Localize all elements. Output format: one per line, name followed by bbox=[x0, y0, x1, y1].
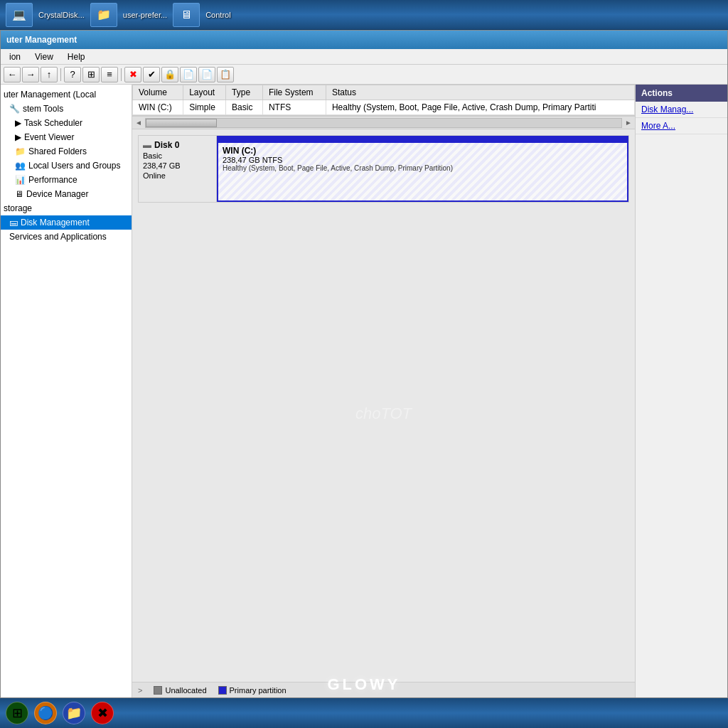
taskbar-icon-userprefer[interactable]: 📁 bbox=[90, 3, 117, 27]
menu-item-action[interactable]: ion bbox=[4, 50, 26, 63]
menu-bar: ion View Help bbox=[1, 49, 727, 65]
sidebar-icon-device: 🖥 bbox=[15, 189, 23, 199]
legend-label-unallocated: Unallocated bbox=[165, 686, 206, 695]
scroll-area: ◄ ► bbox=[132, 117, 635, 129]
scroll-left-btn[interactable]: ◄ bbox=[135, 119, 142, 127]
actions-item-disk-manage[interactable]: Disk Manag... bbox=[636, 102, 727, 118]
sidebar-icon-perf: 📊 bbox=[15, 175, 26, 185]
legend-label-primary: Primary partition bbox=[230, 686, 287, 695]
legend-box-primary bbox=[218, 686, 227, 695]
cell-layout: Simple bbox=[183, 100, 226, 115]
window-title: uter Management bbox=[6, 35, 77, 45]
legend-bar: > Unallocated Primary partition bbox=[132, 682, 635, 697]
sidebar-icon-task: ▶ bbox=[15, 118, 21, 128]
cell-type: Basic bbox=[226, 100, 263, 115]
actions-item-more[interactable]: More A... bbox=[636, 118, 727, 134]
disk-label-0: ▬ Disk 0 Basic 238,47 GB Online bbox=[139, 136, 217, 202]
menu-item-view[interactable]: View bbox=[29, 50, 59, 63]
main-window: uter Management ion View Help ← → ↑ ? ⊞ … bbox=[0, 30, 728, 698]
toolbar-btn-forward[interactable]: → bbox=[22, 67, 39, 82]
toolbar-separator-1 bbox=[60, 68, 61, 81]
taskbar-start-btn[interactable]: ⊞ bbox=[6, 702, 28, 724]
sidebar-item-system-tools[interactable]: 🔧 stem Tools bbox=[1, 102, 132, 116]
cell-filesystem: NTFS bbox=[262, 100, 326, 115]
sidebar-item-local-users[interactable]: 👥 Local Users and Groups bbox=[1, 159, 132, 173]
toolbar: ← → ↑ ? ⊞ ≡ ✖ ✔ 🔒 📄 📄 📋 bbox=[1, 65, 727, 85]
sidebar-item-event-viewer[interactable]: ▶ Event Viewer bbox=[1, 130, 132, 144]
legend-box-unallocated bbox=[154, 686, 162, 695]
partition-status: Healthy (System, Boot, Page File, Active… bbox=[223, 164, 623, 172]
sidebar-icon-event: ▶ bbox=[15, 132, 21, 142]
sidebar-icon-system: 🔧 bbox=[9, 104, 20, 114]
col-status[interactable]: Status bbox=[326, 85, 634, 100]
sidebar-item-local[interactable]: uter Management (Local bbox=[1, 87, 132, 102]
partition-size: 238,47 GB NTFS bbox=[223, 156, 623, 164]
disk-partition-bar bbox=[217, 136, 628, 141]
sidebar: uter Management (Local 🔧 stem Tools ▶ Ta… bbox=[1, 85, 132, 697]
disk-type: Basic bbox=[143, 151, 212, 160]
sidebar-item-shared-folders[interactable]: 📁 Shared Folders bbox=[1, 144, 132, 159]
taskbar-folder-btn[interactable]: 📁 bbox=[63, 702, 85, 724]
sidebar-icon-disk: 🖴 bbox=[9, 218, 18, 228]
taskbar-top: 💻 CrystalDisk... 📁 user-prefer... 🖥 Cont… bbox=[0, 0, 728, 30]
toolbar-btn-up[interactable]: ↑ bbox=[41, 67, 58, 82]
sidebar-item-disk-management[interactable]: 🖴 Disk Management bbox=[1, 215, 132, 230]
table-area: Volume Layout Type File System Status WI… bbox=[132, 85, 635, 117]
taskbar-label-userprefer: user-prefer... bbox=[123, 11, 167, 19]
scroll-track bbox=[145, 118, 622, 128]
scroll-thumb[interactable] bbox=[146, 119, 217, 127]
actions-panel: Actions Disk Manag... More A... bbox=[635, 85, 727, 697]
disk-partition-main[interactable]: WIN (C:) 238,47 GB NTFS Healthy (System,… bbox=[217, 141, 628, 202]
sidebar-icon-users: 👥 bbox=[15, 161, 26, 171]
legend-primary: Primary partition bbox=[218, 686, 287, 695]
col-layout[interactable]: Layout bbox=[183, 85, 226, 100]
disk-row-0: ▬ Disk 0 Basic 238,47 GB Online WIN (C:)… bbox=[138, 135, 629, 203]
table-row[interactable]: WIN (C:) Simple Basic NTFS Healthy (Syst… bbox=[133, 100, 635, 115]
toolbar-btn-view[interactable]: ⊞ bbox=[82, 67, 100, 82]
scroll-right-btn[interactable]: ► bbox=[625, 119, 632, 127]
taskbar-close-btn[interactable]: ✖ bbox=[91, 702, 114, 724]
toolbar-btn-doc2[interactable]: 📄 bbox=[198, 67, 215, 82]
sidebar-icon-shared: 📁 bbox=[15, 146, 26, 156]
main-content: Volume Layout Type File System Status WI… bbox=[132, 85, 635, 697]
taskbar-label-control: Control bbox=[205, 11, 230, 19]
toolbar-separator-2 bbox=[121, 68, 122, 81]
toolbar-btn-help[interactable]: ? bbox=[64, 67, 81, 82]
col-volume[interactable]: Volume bbox=[133, 85, 183, 100]
taskbar-icon-crystaldisk[interactable]: 💻 bbox=[6, 3, 33, 27]
legend-arrow: > bbox=[138, 686, 142, 695]
toolbar-btn-properties[interactable]: ≡ bbox=[101, 67, 118, 82]
taskbar-chrome-btn[interactable]: 🔵 bbox=[34, 702, 57, 724]
toolbar-btn-delete[interactable]: ✖ bbox=[124, 67, 141, 82]
toolbar-btn-back[interactable]: ← bbox=[4, 67, 21, 82]
sidebar-label-local: uter Management (Local bbox=[4, 90, 96, 100]
toolbar-btn-doc3[interactable]: 📋 bbox=[217, 67, 234, 82]
toolbar-btn-doc1[interactable]: 📄 bbox=[180, 67, 197, 82]
toolbar-btn-check[interactable]: ✔ bbox=[143, 67, 160, 82]
content-area: uter Management (Local 🔧 stem Tools ▶ Ta… bbox=[1, 85, 727, 697]
disk-size: 238,47 GB bbox=[143, 161, 212, 170]
disk-partitions-0: WIN (C:) 238,47 GB NTFS Healthy (System,… bbox=[217, 136, 628, 202]
toolbar-btn-lock[interactable]: 🔒 bbox=[161, 67, 178, 82]
sidebar-item-task-scheduler[interactable]: ▶ Task Scheduler bbox=[1, 116, 132, 130]
disk-prefix-icon: ▬ bbox=[143, 140, 151, 150]
menu-item-help[interactable]: Help bbox=[62, 50, 91, 63]
window-titlebar: uter Management bbox=[1, 31, 727, 49]
sidebar-item-device-manager[interactable]: 🖥 Device Manager bbox=[1, 187, 132, 201]
col-filesystem[interactable]: File System bbox=[262, 85, 326, 100]
partition-name: WIN (C:) bbox=[223, 146, 623, 156]
sidebar-item-services[interactable]: Services and Applications bbox=[1, 230, 132, 244]
col-type[interactable]: Type bbox=[226, 85, 263, 100]
sidebar-item-performance[interactable]: 📊 Performance bbox=[1, 173, 132, 187]
disk-table: Volume Layout Type File System Status WI… bbox=[132, 85, 635, 115]
cell-volume: WIN (C:) bbox=[133, 100, 183, 115]
watermark: choTOT bbox=[355, 405, 412, 423]
taskbar-icon-control[interactable]: 🖥 bbox=[173, 3, 200, 27]
actions-header: Actions bbox=[636, 85, 727, 102]
disk-view-area: ▬ Disk 0 Basic 238,47 GB Online WIN (C:)… bbox=[132, 129, 635, 697]
sidebar-item-storage[interactable]: storage bbox=[1, 201, 132, 215]
taskbar-bottom: ⊞ 🔵 📁 ✖ bbox=[0, 698, 728, 728]
disk-status: Online bbox=[143, 171, 212, 180]
cell-status: Healthy (System, Boot, Page File, Active… bbox=[326, 100, 634, 115]
disk-name: Disk 0 bbox=[154, 140, 179, 150]
